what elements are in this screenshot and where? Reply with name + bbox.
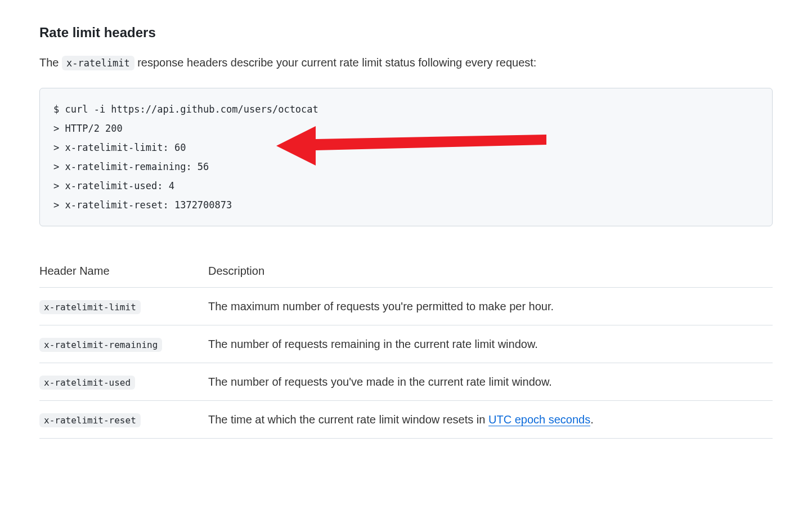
table-header-name: Header Name <box>39 254 208 288</box>
table-row: x-ratelimit-reset The time at which the … <box>39 401 773 439</box>
header-description: The time at which the current rate limit… <box>208 401 773 439</box>
code-line: > HTTP/2 200 <box>53 119 759 138</box>
intro-prefix: The <box>39 56 62 69</box>
code-line: $ curl -i https://api.github.com/users/o… <box>53 100 759 119</box>
intro-suffix: response headers describe your current r… <box>134 56 537 69</box>
header-description: The number of requests you've made in th… <box>208 363 773 401</box>
table-header-description: Description <box>208 254 773 288</box>
table-row: x-ratelimit-remaining The number of requ… <box>39 325 773 363</box>
headers-table: Header Name Description x-ratelimit-limi… <box>39 254 773 439</box>
desc-prefix: The time at which the current rate limit… <box>208 413 488 426</box>
header-description: The number of requests remaining in the … <box>208 325 773 363</box>
code-block: $ curl -i https://api.github.com/users/o… <box>39 88 773 226</box>
header-name-code: x-ratelimit-used <box>39 376 135 390</box>
code-line: > x-ratelimit-remaining: 56 <box>53 157 759 176</box>
section-heading: Rate limit headers <box>39 23 773 43</box>
header-name-code: x-ratelimit-limit <box>39 300 141 314</box>
header-name-code: x-ratelimit-reset <box>39 413 141 427</box>
code-line: > x-ratelimit-used: 4 <box>53 176 759 195</box>
utc-epoch-link[interactable]: UTC epoch seconds <box>488 413 590 426</box>
header-description: The maximum number of requests you're pe… <box>208 288 773 325</box>
code-line: > x-ratelimit-reset: 1372700873 <box>53 195 759 215</box>
header-name-code: x-ratelimit-remaining <box>39 338 162 352</box>
intro-paragraph: The x-ratelimit response headers describ… <box>39 54 773 71</box>
table-row: x-ratelimit-limit The maximum number of … <box>39 288 773 325</box>
desc-suffix: . <box>590 413 594 426</box>
code-line: > x-ratelimit-limit: 60 <box>53 138 759 157</box>
intro-inline-code: x-ratelimit <box>62 56 134 70</box>
table-row: x-ratelimit-used The number of requests … <box>39 363 773 401</box>
